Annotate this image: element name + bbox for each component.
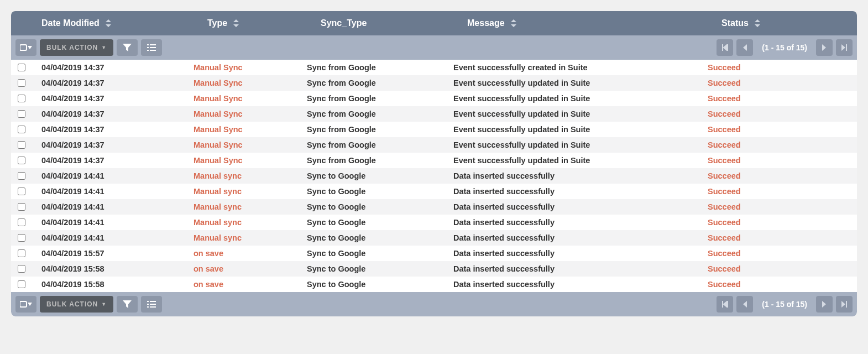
table-row[interactable]: 04/04/2019 14:41Manual syncSync to Googl…: [11, 230, 857, 246]
svg-rect-4: [150, 47, 156, 48]
cell-message: Event successfully updated in Suite: [453, 125, 708, 134]
row-checkbox-wrap: [14, 186, 28, 197]
cell-sync-type: Sync from Google: [307, 125, 453, 134]
row-checkbox-wrap: [14, 170, 28, 181]
row-checkbox[interactable]: [18, 234, 25, 242]
cell-date: 04/04/2019 15:57: [28, 249, 194, 258]
row-checkbox[interactable]: [18, 110, 25, 118]
row-checkbox[interactable]: [18, 64, 25, 71]
row-checkbox-wrap: [14, 93, 28, 104]
row-checkbox[interactable]: [18, 265, 25, 273]
status-link[interactable]: Succeed: [708, 94, 741, 103]
page-last-button[interactable]: [836, 39, 853, 56]
col-header-date[interactable]: Date Modified: [41, 18, 207, 28]
cell-status: Succeed: [708, 171, 857, 180]
table-row[interactable]: 04/04/2019 14:41Manual syncSync to Googl…: [11, 184, 857, 199]
page-first-button[interactable]: [717, 39, 733, 56]
cell-type: on save: [194, 280, 307, 289]
page-next-button[interactable]: [816, 296, 833, 313]
table-row[interactable]: 04/04/2019 14:37Manual SyncSync from Goo…: [11, 137, 857, 153]
status-link[interactable]: Succeed: [708, 280, 741, 289]
page-first-button[interactable]: [717, 296, 733, 313]
cell-sync-type: Sync to Google: [307, 280, 453, 289]
cell-status: Succeed: [708, 249, 857, 258]
page-prev-button[interactable]: [736, 296, 753, 313]
col-header-status[interactable]: Status: [721, 18, 857, 28]
col-header-type[interactable]: Type: [207, 18, 321, 28]
row-checkbox[interactable]: [18, 141, 25, 149]
row-checkbox[interactable]: [18, 79, 25, 87]
svg-rect-3: [147, 47, 149, 48]
row-checkbox[interactable]: [18, 126, 25, 133]
page-prev-button[interactable]: [736, 39, 753, 56]
cell-date: 04/04/2019 15:58: [28, 280, 194, 289]
cell-sync-type: Sync from Google: [307, 79, 453, 87]
table-row[interactable]: 04/04/2019 15:58on saveSync to GoogleDat…: [11, 277, 857, 292]
status-link[interactable]: Succeed: [708, 264, 741, 273]
select-mode-button[interactable]: [15, 296, 36, 313]
row-checkbox[interactable]: [18, 157, 25, 164]
status-link[interactable]: Succeed: [708, 218, 741, 227]
row-checkbox[interactable]: [18, 280, 25, 288]
svg-rect-12: [147, 306, 149, 308]
status-link[interactable]: Succeed: [708, 125, 741, 134]
row-checkbox[interactable]: [18, 172, 25, 180]
table-row[interactable]: 04/04/2019 14:37Manual SyncSync from Goo…: [11, 60, 857, 75]
row-checkbox-wrap: [14, 77, 28, 88]
status-link[interactable]: Succeed: [708, 187, 741, 196]
col-header-message[interactable]: Message: [467, 18, 721, 28]
row-checkbox[interactable]: [18, 188, 25, 195]
table-row[interactable]: 04/04/2019 15:58on saveSync to GoogleDat…: [11, 261, 857, 277]
toolbar-top: BULK ACTION ▼ (1 - 15 of 15): [11, 35, 857, 60]
svg-rect-5: [147, 50, 149, 51]
row-checkbox-wrap: [14, 124, 28, 135]
table-row[interactable]: 04/04/2019 14:41Manual syncSync to Googl…: [11, 199, 857, 215]
cell-type: on save: [194, 264, 307, 273]
table-row[interactable]: 04/04/2019 15:57on saveSync to GoogleDat…: [11, 246, 857, 261]
page-next-button[interactable]: [816, 39, 833, 56]
status-link[interactable]: Succeed: [708, 110, 741, 118]
page-last-button[interactable]: [836, 296, 853, 313]
table-row[interactable]: 04/04/2019 14:37Manual SyncSync from Goo…: [11, 106, 857, 122]
table-row[interactable]: 04/04/2019 14:37Manual SyncSync from Goo…: [11, 75, 857, 91]
cell-type: Manual sync: [194, 202, 307, 211]
status-link[interactable]: Succeed: [708, 140, 741, 149]
table-row[interactable]: 04/04/2019 14:41Manual syncSync to Googl…: [11, 168, 857, 184]
status-link[interactable]: Succeed: [708, 249, 741, 258]
status-link[interactable]: Succeed: [708, 171, 741, 180]
cell-date: 04/04/2019 14:37: [28, 94, 194, 103]
row-checkbox[interactable]: [18, 249, 25, 257]
table-row[interactable]: 04/04/2019 14:37Manual SyncSync from Goo…: [11, 91, 857, 106]
filter-button[interactable]: [117, 296, 138, 313]
cell-type: Manual sync: [194, 218, 307, 227]
list-view-button[interactable]: [141, 39, 162, 56]
table-row[interactable]: 04/04/2019 14:41Manual syncSync to Googl…: [11, 215, 857, 230]
cell-date: 04/04/2019 14:37: [28, 63, 194, 72]
cell-type: Manual Sync: [194, 94, 307, 103]
table-row[interactable]: 04/04/2019 14:37Manual SyncSync from Goo…: [11, 153, 857, 168]
cell-date: 04/04/2019 14:41: [28, 187, 194, 196]
row-checkbox-wrap: [14, 217, 28, 228]
status-link[interactable]: Succeed: [708, 202, 741, 211]
status-link[interactable]: Succeed: [708, 233, 741, 242]
bulk-action-button[interactable]: BULK ACTION ▼: [40, 296, 113, 313]
row-checkbox[interactable]: [18, 203, 25, 211]
row-checkbox[interactable]: [18, 95, 25, 102]
status-link[interactable]: Succeed: [708, 79, 741, 87]
select-mode-button[interactable]: [15, 39, 36, 56]
row-checkbox[interactable]: [18, 218, 25, 226]
cell-message: Data inserted successfully: [453, 233, 708, 242]
bulk-action-button[interactable]: BULK ACTION ▼: [40, 39, 113, 56]
bulk-action-label: BULK ACTION: [46, 44, 98, 51]
status-link[interactable]: Succeed: [708, 63, 741, 72]
list-view-button[interactable]: [141, 296, 162, 313]
table-row[interactable]: 04/04/2019 14:37Manual SyncSync from Goo…: [11, 122, 857, 137]
cell-type: Manual Sync: [194, 125, 307, 134]
cell-status: Succeed: [708, 187, 857, 196]
cell-message: Data inserted successfully: [453, 280, 708, 289]
cell-date: 04/04/2019 14:37: [28, 110, 194, 118]
filter-button[interactable]: [117, 39, 138, 56]
col-header-sync-type[interactable]: Sync_Type: [321, 18, 467, 28]
col-label: Status: [721, 18, 749, 28]
status-link[interactable]: Succeed: [708, 156, 741, 165]
